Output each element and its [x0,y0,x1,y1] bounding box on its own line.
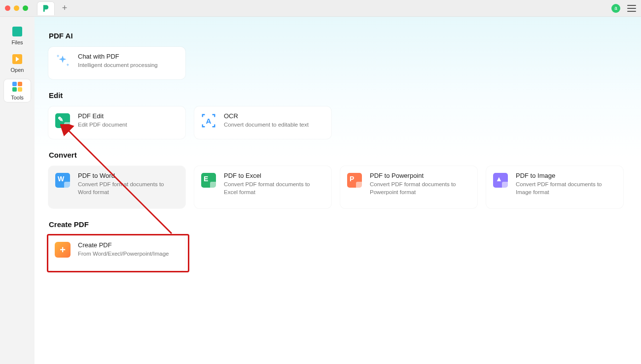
card-desc: From Word/Execl/Powerpoint/Image [78,250,169,258]
card-pdf-edit[interactable]: ✎ PDF Edit Edit PDF document [48,106,185,139]
powerpoint-icon: P [346,172,363,189]
app-logo-icon [41,4,50,13]
section-title-convert: Convert [49,151,627,159]
card-desc: Convert PDF format documents to Powerpoi… [370,181,470,196]
section-title-pdf-ai: PDF AI [49,32,627,40]
create-pdf-icon: + [54,241,71,258]
card-ocr[interactable]: A OCR Convert document to editable text [194,106,331,139]
svg-text:A: A [206,117,212,125]
user-avatar[interactable]: a [611,4,620,13]
ocr-icon: A [200,112,217,129]
card-title: OCR [224,112,309,120]
section-title-edit: Edit [49,91,627,99]
sidebar-item-open[interactable]: Open [3,51,31,75]
card-pdf-to-image[interactable]: ▲ PDF to Image Convert PDF format docume… [486,166,623,208]
app-home-tab[interactable] [37,1,55,15]
card-desc: Convert document to editable text [224,121,309,129]
maximize-window[interactable] [23,5,28,11]
new-tab-button[interactable]: + [59,2,71,14]
window-controls [5,5,28,11]
minimize-window[interactable] [14,5,19,11]
sidebar: Files Open Tools [0,17,35,364]
card-title: PDF to Powerpoint [370,172,470,179]
card-chat-with-pdf[interactable]: Chat with PDF Intelligent document proce… [48,47,185,79]
card-desc: Convert PDF format documents to Image fo… [516,181,616,196]
card-pdf-to-powerpoint[interactable]: P PDF to Powerpoint Convert PDF format d… [340,166,477,208]
card-title: PDF Edit [78,112,127,120]
card-pdf-to-word[interactable]: W PDF to Word Convert PDF format documen… [48,166,185,208]
sidebar-item-label: Open [11,67,24,73]
titlebar-right: a [611,4,636,13]
section-title-create: Create PDF [49,220,627,229]
card-title: PDF to Word [78,172,178,179]
word-icon: W [54,172,71,189]
menu-button[interactable] [627,5,636,12]
files-icon [12,27,22,36]
excel-icon: E [200,172,217,189]
card-pdf-to-excel[interactable]: E PDF to Excel Convert PDF format docume… [194,166,331,208]
sidebar-item-label: Files [11,39,23,45]
tools-icon [12,82,22,92]
sparkle-icon [54,53,71,69]
card-title: PDF to Excel [224,172,324,179]
pdf-edit-icon: ✎ [54,112,71,129]
open-icon [12,54,22,64]
sidebar-item-tools[interactable]: Tools [3,79,31,102]
titlebar: + a [0,0,641,17]
sidebar-item-files[interactable]: Files [3,24,31,47]
tab-strip: + [37,1,71,15]
content-area: PDF AI Chat with PDF Intelligent documen… [35,17,641,364]
card-desc: Intelligent document processing [78,62,158,69]
card-title: PDF to Image [516,172,616,179]
card-title: Create PDF [78,241,169,249]
image-icon: ▲ [492,172,509,189]
card-create-pdf[interactable]: + Create PDF From Word/Execl/Powerpoint/… [48,235,185,271]
card-title: Chat with PDF [78,53,158,60]
sidebar-item-label: Tools [11,95,24,100]
close-window[interactable] [5,5,10,11]
card-desc: Edit PDF document [78,121,127,129]
card-desc: Convert PDF format documents to Excel fo… [224,181,324,196]
card-desc: Convert PDF format documents to Word for… [78,181,178,196]
